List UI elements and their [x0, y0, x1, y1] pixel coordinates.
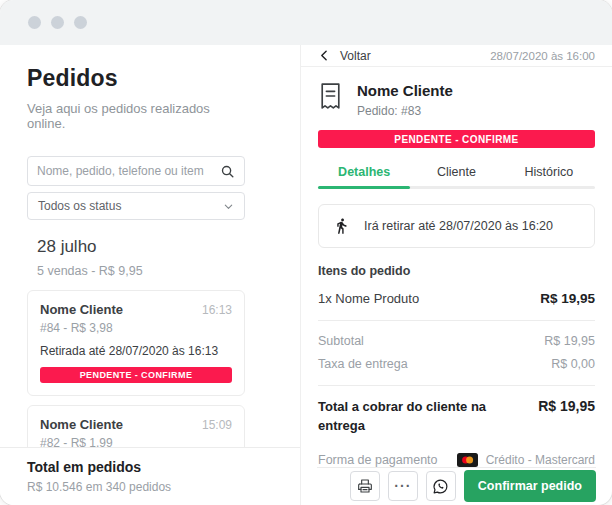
order-status-banner[interactable]: PENDENTE - CONFIRME — [318, 130, 595, 148]
tab-indicator-active — [318, 186, 410, 189]
order-meta: #84 - R$ 3,98 — [40, 321, 232, 335]
whatsapp-button[interactable] — [426, 471, 456, 501]
receipt-icon — [318, 82, 343, 111]
status-filter-value: Todos os status — [38, 199, 121, 213]
divider — [318, 385, 595, 386]
detail-tabs: Detalhes Cliente Histórico — [318, 157, 595, 186]
order-due-text: Retirada até 28/07/2020 às 16:13 — [40, 344, 232, 358]
orders-total-footer: Total em pedidos R$ 10.546 em 340 pedido… — [0, 447, 301, 505]
total-row: Total a cobrar do cliente na entrega R$ … — [318, 398, 595, 436]
search-input[interactable] — [37, 164, 220, 178]
window-dot-icon — [74, 16, 87, 29]
tab-indicator-track — [318, 186, 595, 189]
order-status-badge[interactable]: PENDENTE - CONFIRME — [40, 367, 232, 383]
order-timestamp: 28/07/2020 às 16:00 — [490, 50, 595, 62]
order-id: Pedido: #83 — [357, 104, 453, 118]
payment-label: Forma de pagamento — [318, 453, 438, 467]
orders-total-summary: R$ 10.546 em 340 pedidos — [27, 480, 274, 494]
orders-total-title: Total em pedidos — [27, 459, 274, 475]
search-box[interactable] — [27, 156, 245, 186]
date-group-summary: 5 vendas - R$ 9,95 — [37, 264, 245, 278]
order-time: 16:13 — [202, 303, 232, 317]
summary-row-subtotal: Subtotal R$ 19,95 — [318, 334, 595, 348]
detail-header: Voltar 28/07/2020 às 16:00 — [301, 45, 612, 67]
back-label: Voltar — [340, 49, 371, 63]
browser-chrome — [0, 0, 612, 45]
print-button[interactable] — [350, 471, 380, 501]
items-heading: Itens do pedido — [318, 264, 595, 278]
order-time: 15:09 — [202, 418, 232, 432]
search-icon[interactable] — [220, 164, 235, 179]
subtotal-value: R$ 19,95 — [544, 334, 595, 348]
page-subtitle: Veja aqui os pedidos realizados online. — [27, 101, 245, 131]
divider — [318, 320, 595, 321]
printer-icon — [357, 478, 373, 494]
item-price: R$ 19,95 — [540, 291, 595, 306]
back-button[interactable]: Voltar — [318, 49, 371, 63]
pickup-info-box: Irá retirar até 28/07/2020 às 16:20 — [318, 204, 595, 248]
tab-historico[interactable]: Histórico — [503, 157, 595, 186]
payment-method-value: Crédito - Mastercard — [486, 453, 595, 467]
whatsapp-icon — [432, 478, 449, 495]
status-filter-select[interactable]: Todos os status — [27, 192, 245, 220]
order-detail-panel: Voltar 28/07/2020 às 16:00 Nome Cliente — [301, 45, 612, 505]
delivery-fee-value: R$ 0,00 — [551, 357, 595, 371]
chevron-down-icon — [223, 201, 234, 212]
delivery-fee-label: Taxa de entrega — [318, 357, 408, 371]
window-dot-icon — [28, 16, 41, 29]
orders-list-panel: Pedidos Veja aqui os pedidos realizados … — [0, 45, 301, 505]
order-item-row: 1x Nome Produto R$ 19,95 — [318, 291, 595, 306]
item-name: 1x Nome Produto — [318, 291, 419, 306]
client-name: Nome Cliente — [357, 82, 453, 99]
total-value: R$ 19,95 — [538, 398, 595, 414]
tab-cliente[interactable]: Cliente — [410, 157, 502, 186]
order-client-name: Nome Cliente — [40, 302, 123, 317]
date-group-header: 28 julho 5 vendas - R$ 9,95 — [27, 237, 245, 278]
app-window: Pedidos Veja aqui os pedidos realizados … — [0, 0, 612, 505]
tab-detalhes[interactable]: Detalhes — [318, 157, 410, 186]
order-card[interactable]: Nome Cliente 16:13 #84 - R$ 3,98 Retirad… — [27, 290, 245, 396]
date-group-title: 28 julho — [37, 237, 245, 257]
confirm-order-button[interactable]: Confirmar pedido — [464, 470, 596, 502]
ellipsis-icon: ··· — [394, 479, 411, 493]
payment-row: Forma de pagamento Crédito - Mastercard — [318, 453, 595, 467]
page-title: Pedidos — [27, 65, 245, 92]
order-client-name: Nome Cliente — [40, 417, 123, 432]
detail-actions-footer: ··· Confirmar pedido — [317, 467, 596, 505]
mastercard-icon — [457, 453, 478, 467]
client-summary: Nome Cliente Pedido: #83 — [318, 82, 595, 118]
subtotal-label: Subtotal — [318, 334, 364, 348]
more-options-button[interactable]: ··· — [388, 471, 418, 501]
chevron-left-icon — [318, 49, 331, 62]
pickup-note: Irá retirar até 28/07/2020 às 16:20 — [364, 219, 553, 233]
walking-person-icon — [333, 216, 350, 236]
window-dot-icon — [51, 16, 64, 29]
total-label: Total a cobrar do cliente na entrega — [318, 398, 503, 436]
summary-row-delivery-fee: Taxa de entrega R$ 0,00 — [318, 357, 595, 371]
